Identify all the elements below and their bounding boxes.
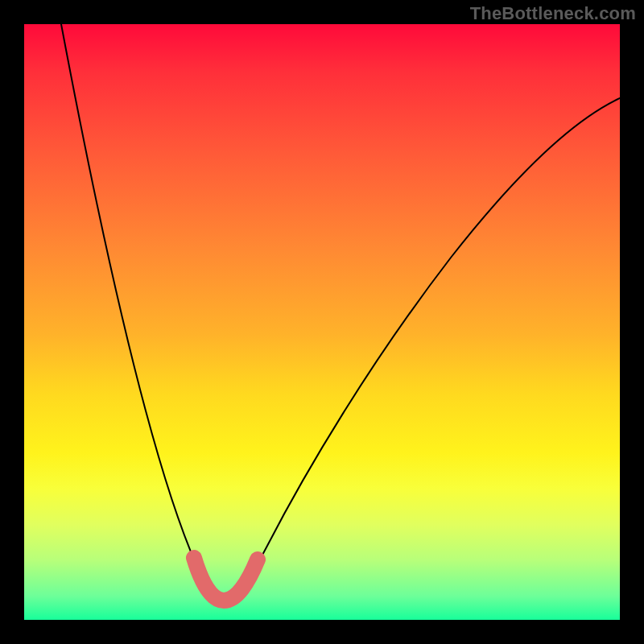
pink-valley-highlight <box>194 558 258 601</box>
chart-stage: TheBottleneck.com <box>0 0 644 644</box>
plot-area <box>24 24 620 620</box>
chart-svg <box>24 24 620 620</box>
black-curve <box>61 24 620 600</box>
watermark-text: TheBottleneck.com <box>470 3 636 24</box>
